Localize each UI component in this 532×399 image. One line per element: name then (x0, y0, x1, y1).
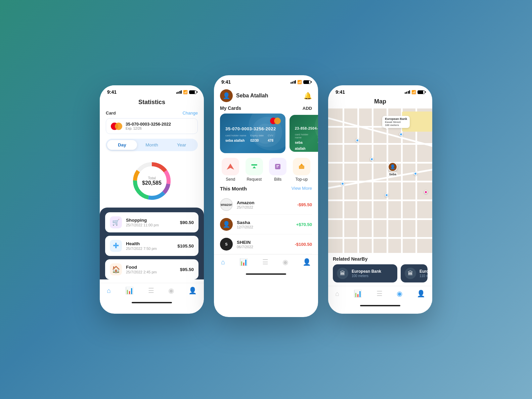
status-bar-3: 9:41 📶 (328, 85, 432, 96)
txn-amazon-name: Amazon (237, 200, 293, 205)
profile-nav-icon-3: 👤 (417, 290, 425, 298)
nav2-profile[interactable]: 👤 (303, 258, 311, 266)
green-card-holder: card holder name seba atallah (295, 133, 314, 151)
profile-nav-icon: 👤 (188, 286, 197, 295)
nearby-dist-2: 110 meters (419, 274, 428, 278)
txn-shein[interactable]: S SHEIN 06/7/2022 -$100.50 (220, 234, 312, 254)
location-nav-icon-2: ◉ (282, 258, 288, 266)
home-indicator-2 (246, 273, 286, 275)
road-v1 (343, 108, 344, 253)
nav3-chart[interactable]: 📊 (354, 290, 362, 298)
txn-info-health: Health 25/7/2022 7:50 pm (126, 241, 173, 251)
road-v2 (357, 108, 359, 253)
nav3-home[interactable]: ⌂ (335, 290, 339, 298)
blue-card-holder: card holder name seba atallah (225, 134, 246, 143)
signal-icon-3 (405, 90, 410, 94)
nav3-location[interactable]: ◉ (397, 290, 402, 298)
this-month-title: This Month (220, 186, 247, 191)
bottom-nav-2: ⌂ 📊 ☰ ◉ 👤 (214, 254, 318, 271)
transaction-food[interactable]: 🏠 Food 25/7/2022 2:45 pm $95.50 (105, 259, 198, 279)
txn-amazon-date: 25/7/2022 (237, 205, 293, 209)
toggle-day[interactable]: Day (107, 140, 137, 150)
nearby-card-2[interactable]: 🏛 European 110 meters (401, 264, 428, 282)
health-icon: ✚ (110, 240, 122, 252)
sasha-avatar: 👤 (220, 218, 233, 231)
nav-location[interactable]: ◉ (168, 286, 174, 295)
list-nav-icon: ☰ (148, 286, 154, 295)
topup-action[interactable]: Top-up (293, 158, 310, 182)
txn-amazon[interactable]: amazon Amazon 25/7/2022 -$95.50 (220, 195, 312, 215)
map-pin-5[interactable] (385, 193, 388, 197)
this-month-header: This Month View More (214, 186, 318, 195)
green-card-fields: card holder name seba atallah Expiry dat… (295, 133, 318, 151)
toggle-year[interactable]: Year (167, 140, 196, 150)
bills-action[interactable]: Bills (269, 158, 286, 182)
nav2-chart[interactable]: 📊 (239, 258, 248, 266)
nav2-list[interactable]: ☰ (262, 258, 268, 266)
txn-amazon-info: Amazon 25/7/2022 (237, 200, 293, 209)
battery-icon (189, 90, 196, 94)
nav3-list[interactable]: ☰ (376, 290, 383, 298)
txn-amount: $95.50 (180, 267, 194, 272)
txn-name: Health (126, 241, 173, 246)
home-indicator-1 (132, 302, 172, 303)
nearby-info-2: European 110 meters (419, 269, 428, 278)
toggle-month[interactable]: Month (137, 140, 167, 150)
blue-card[interactable]: 35-070-0003-3256-2022 card holder name s… (220, 114, 285, 153)
signal-icon-2 (291, 80, 296, 84)
road-v3 (372, 108, 373, 253)
txn-sasha[interactable]: 👤 Sasha 12/7/2022 +$70.50 (220, 215, 312, 234)
card-item[interactable]: 35-070-0003-3256-2022 Exp. 12/26 (106, 118, 198, 134)
user-avatar: 👤 (220, 89, 233, 102)
nearby-list: 🏛 European Bank 100 meters 🏛 European 11… (333, 264, 428, 282)
send-action[interactable]: Send (222, 158, 239, 182)
nav2-home[interactable]: ⌂ (221, 258, 225, 266)
nearby-card-1[interactable]: 🏛 European Bank 100 meters (333, 264, 397, 282)
map-title: Map (334, 98, 426, 105)
transaction-health[interactable]: ✚ Health 25/7/2022 7:50 pm $105.50 (105, 236, 198, 256)
cards-carousel: 35-070-0003-3256-2022 card holder name s… (214, 114, 318, 153)
mastercard-card-logo (270, 118, 281, 124)
map-pin-pink[interactable] (424, 190, 428, 194)
notification-bell-icon[interactable]: 🔔 (304, 92, 312, 100)
txn-info-food: Food 25/7/2022 2:45 pm (126, 265, 176, 274)
map-area[interactable]: European Bank Kavat Street 100 meters 👤 … (328, 108, 432, 253)
send-label: Send (226, 177, 235, 182)
nav2-location[interactable]: ◉ (282, 258, 288, 266)
nav-home[interactable]: ⌂ (107, 287, 111, 295)
txn-amount: $105.50 (177, 243, 194, 249)
map-pin-1[interactable] (356, 139, 359, 142)
mycards-label: My Cards (220, 105, 241, 111)
chart-nav-icon-3: 📊 (354, 290, 362, 298)
shein-logo: S (220, 238, 233, 251)
status-time-1: 9:41 (107, 89, 117, 95)
txn-sasha-date: 12/7/2022 (237, 225, 292, 229)
nav-list[interactable]: ☰ (148, 286, 154, 295)
change-button[interactable]: Change (182, 110, 198, 116)
nav-chart[interactable]: 📊 (125, 286, 134, 295)
request-action[interactable]: Request (246, 158, 263, 182)
donut-chart: Total $20,585 (100, 156, 204, 208)
map-bank-distance: 100 meters (385, 124, 407, 127)
map-pin-2[interactable] (370, 158, 373, 161)
view-more-button[interactable]: View More (292, 186, 312, 191)
user-header: 👤 Seba Atallah 🔔 (214, 86, 318, 105)
home-nav-icon: ⌂ (107, 287, 111, 295)
status-icons-1: 📶 (176, 90, 197, 94)
period-toggle[interactable]: Day Month Year (106, 139, 198, 151)
nearby-info-1: European Bank 100 meters (352, 269, 381, 278)
nav-profile[interactable]: 👤 (188, 286, 197, 295)
card-info: 35-070-0003-3256-2022 Exp. 12/26 (126, 122, 171, 130)
transaction-shopping[interactable]: 🛒 Shopping 25/7/2022 11:00 pm $90.50 (105, 212, 198, 232)
chart-nav-icon: 📊 (125, 286, 134, 295)
svg-rect-12 (276, 167, 278, 167)
map-pin-4[interactable] (341, 182, 344, 185)
nav3-profile[interactable]: 👤 (417, 290, 425, 298)
card-expiry: Exp. 12/26 (126, 127, 171, 130)
map-bank-label: European Bank Kavat Street 100 meters (382, 116, 410, 128)
add-card-button[interactable]: ADD (303, 106, 312, 111)
map-pin-3[interactable] (399, 133, 403, 136)
green-card[interactable]: VISA 23-858-2504-8960-2021 card holder n… (290, 115, 318, 152)
user-name-pin: Seba (388, 172, 397, 176)
map-pin-6[interactable] (414, 172, 417, 175)
